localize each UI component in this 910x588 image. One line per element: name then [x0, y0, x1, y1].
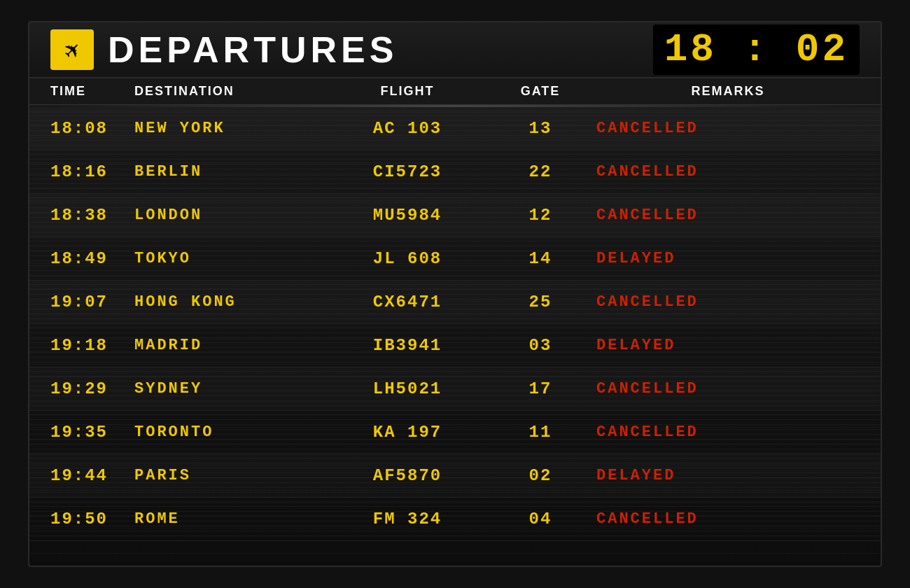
clock-colon: :: [717, 27, 796, 72]
airplane-icon: ✈: [57, 35, 87, 64]
col-gate: GATE: [484, 84, 596, 99]
cell-time: 19:50: [50, 510, 134, 528]
col-destination: DESTINATION: [134, 84, 330, 99]
logo-box: ✈: [50, 29, 94, 70]
cell-time: 19:35: [50, 423, 134, 442]
cell-flight: IB3941: [330, 336, 484, 355]
cell-destination: BERLIN: [134, 163, 330, 181]
cell-flight: KA 197: [330, 423, 484, 442]
col-remarks: REMARKS: [596, 84, 860, 99]
cell-gate: 03: [484, 336, 596, 355]
cell-status: CANCELLED: [596, 424, 860, 441]
cell-gate: 04: [484, 510, 596, 528]
clock-hours: 18: [664, 27, 717, 72]
departures-board: ✈ DEPARTURES 18 : 02 TIME DESTINATION FL…: [28, 21, 882, 567]
column-headers: TIME DESTINATION FLIGHT GATE REMARKS: [29, 78, 881, 105]
col-flight: FLIGHT: [330, 84, 484, 99]
cell-flight: CX6471: [330, 293, 484, 312]
flights-table: 18:08 NEW YORK AC 103 13 CANCELLED 18:16…: [29, 107, 881, 541]
table-row: 19:35 TORONTO KA 197 11 CANCELLED: [29, 411, 881, 454]
cell-destination: TOKYO: [134, 250, 330, 267]
cell-status: CANCELLED: [596, 206, 860, 224]
cell-gate: 12: [484, 206, 596, 225]
cell-gate: 02: [484, 466, 596, 485]
cell-flight: FM 324: [330, 510, 484, 528]
table-row: 19:29 SYDNEY LH5021 17 CANCELLED: [29, 368, 881, 411]
cell-status: DELAYED: [596, 250, 860, 267]
cell-time: 19:29: [50, 379, 134, 398]
cell-status: CANCELLED: [596, 163, 860, 181]
table-row: 19:18 MADRID IB3941 03 DELAYED: [29, 324, 881, 368]
table-row: 18:16 BERLIN CI5723 22 CANCELLED: [29, 150, 881, 194]
cell-time: 19:18: [50, 336, 134, 355]
board-title: DEPARTURES: [108, 29, 653, 71]
cell-status: CANCELLED: [596, 293, 860, 311]
cell-flight: CI5723: [330, 162, 484, 181]
cell-time: 18:16: [50, 162, 134, 181]
cell-destination: TORONTO: [134, 424, 330, 441]
cell-gate: 14: [484, 249, 596, 268]
cell-gate: 11: [484, 423, 596, 442]
cell-gate: 13: [484, 119, 596, 138]
cell-destination: HONG KONG: [134, 293, 330, 311]
cell-flight: JL 608: [330, 249, 484, 268]
table-row: 19:44 PARIS AF5870 02 DELAYED: [29, 454, 881, 498]
cell-time: 18:49: [50, 249, 134, 268]
clock-minutes: 02: [796, 27, 848, 72]
cell-destination: ROME: [134, 510, 330, 528]
cell-time: 18:08: [50, 119, 134, 138]
cell-gate: 22: [484, 162, 596, 181]
cell-status: DELAYED: [596, 337, 860, 354]
cell-destination: NEW YORK: [134, 120, 330, 137]
cell-destination: PARIS: [134, 467, 330, 484]
cell-flight: AF5870: [330, 466, 484, 485]
table-row: 19:07 HONG KONG CX6471 25 CANCELLED: [29, 281, 881, 324]
cell-status: CANCELLED: [596, 380, 860, 398]
cell-flight: AC 103: [330, 119, 484, 138]
cell-status: CANCELLED: [596, 510, 860, 528]
cell-status: CANCELLED: [596, 120, 860, 137]
cell-destination: LONDON: [134, 206, 330, 224]
cell-destination: SYDNEY: [134, 380, 330, 398]
cell-flight: MU5984: [330, 206, 484, 225]
board-header: ✈ DEPARTURES 18 : 02: [29, 22, 881, 78]
cell-destination: MADRID: [134, 337, 330, 354]
cell-time: 19:07: [50, 293, 134, 312]
clock-display: 18 : 02: [653, 24, 860, 75]
cell-time: 19:44: [50, 466, 134, 485]
cell-gate: 25: [484, 293, 596, 312]
col-time: TIME: [50, 84, 134, 99]
table-row: 19:50 ROME FM 324 04 CANCELLED: [29, 498, 881, 541]
cell-time: 18:38: [50, 206, 134, 225]
table-row: 18:38 LONDON MU5984 12 CANCELLED: [29, 194, 881, 237]
cell-flight: LH5021: [330, 379, 484, 398]
cell-status: DELAYED: [596, 467, 860, 484]
cell-gate: 17: [484, 379, 596, 398]
table-row: 18:08 NEW YORK AC 103 13 CANCELLED: [29, 107, 881, 150]
table-row: 18:49 TOKYO JL 608 14 DELAYED: [29, 237, 881, 281]
